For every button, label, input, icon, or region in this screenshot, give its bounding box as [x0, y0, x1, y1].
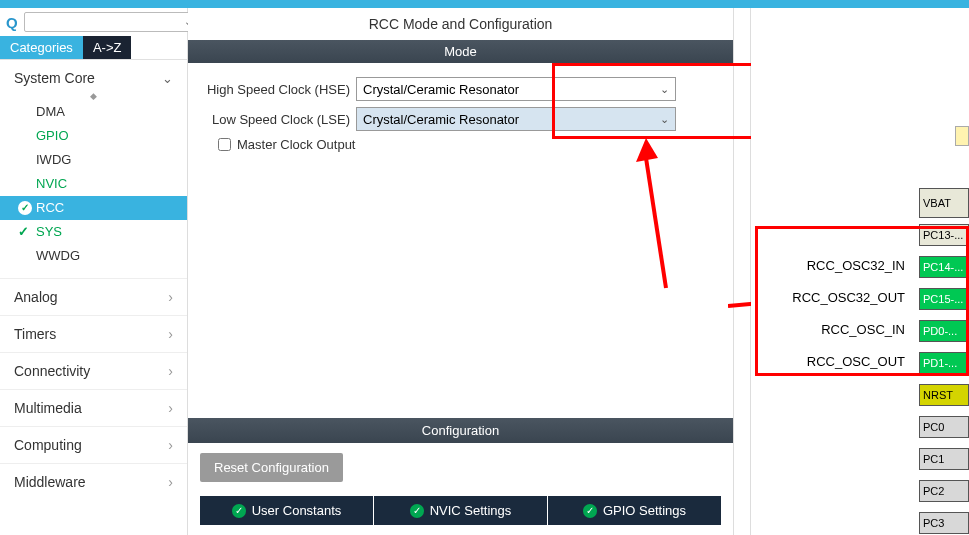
chevron-right-icon: ›: [168, 326, 173, 342]
group-label: System Core: [14, 70, 95, 86]
chevron-right-icon: ›: [168, 363, 173, 379]
search-input[interactable]: [24, 12, 196, 32]
tab-nvic-settings[interactable]: ✓NVIC Settings: [374, 496, 548, 525]
sidebar-item-label: RCC: [36, 198, 64, 218]
check-icon: ✓: [583, 504, 597, 518]
tab-user-constants[interactable]: ✓User Constants: [200, 496, 374, 525]
group-system-core[interactable]: System Core ⌄: [0, 60, 187, 92]
pin-pd1[interactable]: PD1-...: [919, 352, 969, 374]
group-timers[interactable]: Timers›: [0, 315, 187, 352]
check-icon: ✓: [410, 504, 424, 518]
tab-categories[interactable]: Categories: [0, 36, 83, 59]
pin-marker: [955, 126, 969, 146]
pin-vbat[interactable]: VBAT: [919, 188, 969, 218]
tab-label: NVIC Settings: [430, 503, 512, 518]
pin-pc13[interactable]: PC13-...: [919, 224, 969, 246]
chevron-down-icon: ⌄: [660, 113, 669, 126]
pin-pc1[interactable]: PC1: [919, 448, 969, 470]
pin-net-label: RCC_OSC32_IN: [807, 258, 905, 273]
hse-label: High Speed Clock (HSE): [206, 82, 356, 97]
chevron-down-icon: ⌄: [660, 83, 669, 96]
tab-label: User Constants: [252, 503, 342, 518]
pin-pd0[interactable]: PD0-...: [919, 320, 969, 342]
sidebar-item-gpio[interactable]: GPIO: [0, 124, 187, 148]
chevron-right-icon: ›: [168, 289, 173, 305]
mco-label: Master Clock Output: [237, 137, 356, 152]
pin-pc0[interactable]: PC0: [919, 416, 969, 438]
caret-up-icon: ◆: [0, 92, 187, 100]
tab-az[interactable]: A->Z: [83, 36, 132, 59]
sidebar-item-iwdg[interactable]: IWDG: [0, 148, 187, 172]
pin-nrst[interactable]: NRST: [919, 384, 969, 406]
sidebar: Q ⌄ ⚙ Categories A->Z System Core ⌄ ◆ DM…: [0, 8, 188, 535]
mco-checkbox[interactable]: [218, 138, 231, 151]
group-label: Connectivity: [14, 363, 90, 379]
sidebar-item-rcc[interactable]: ✓ RCC: [0, 196, 187, 220]
pin-pc14[interactable]: PC14-...: [919, 256, 969, 278]
tab-label: GPIO Settings: [603, 503, 686, 518]
pin-net-label: RCC_OSC_IN: [821, 322, 905, 337]
sidebar-item-dma[interactable]: DMA: [0, 100, 187, 124]
group-label: Timers: [14, 326, 56, 342]
check-icon: ✓: [232, 504, 246, 518]
chevron-right-icon: ›: [168, 400, 173, 416]
pin-pc3[interactable]: PC3: [919, 512, 969, 534]
group-connectivity[interactable]: Connectivity›: [0, 352, 187, 389]
group-analog[interactable]: Analog›: [0, 278, 187, 315]
lse-select[interactable]: Crystal/Ceramic Resonator ⌄: [356, 107, 676, 131]
group-multimedia[interactable]: Multimedia›: [0, 389, 187, 426]
group-label: Computing: [14, 437, 82, 453]
chevron-right-icon: ›: [168, 474, 173, 490]
chevron-right-icon: ›: [168, 437, 173, 453]
splitter[interactable]: [733, 8, 751, 535]
pin-net-label: RCC_OSC_OUT: [807, 354, 905, 369]
sidebar-item-label: SYS: [36, 222, 62, 242]
section-config-header: Configuration: [188, 418, 733, 443]
pin-pc15[interactable]: PC15-...: [919, 288, 969, 310]
group-computing[interactable]: Computing›: [0, 426, 187, 463]
sidebar-item-wwdg[interactable]: WWDG: [0, 244, 187, 268]
sidebar-item-nvic[interactable]: NVIC: [0, 172, 187, 196]
section-mode-header: Mode: [188, 40, 733, 63]
group-middleware[interactable]: Middleware›: [0, 463, 187, 500]
pin-pc2[interactable]: PC2: [919, 480, 969, 502]
group-label: Middleware: [14, 474, 86, 490]
pin-net-label: RCC_OSC32_OUT: [792, 290, 905, 305]
lse-value: Crystal/Ceramic Resonator: [363, 112, 519, 127]
group-label: Analog: [14, 289, 58, 305]
check-icon: ✓: [18, 222, 29, 242]
reset-configuration-button[interactable]: Reset Configuration: [200, 453, 343, 482]
chevron-down-icon: ⌄: [162, 71, 173, 86]
search-icon: Q: [6, 14, 18, 31]
sidebar-item-sys[interactable]: ✓ SYS: [0, 220, 187, 244]
page-title: RCC Mode and Configuration: [188, 8, 733, 40]
hse-value: Crystal/Ceramic Resonator: [363, 82, 519, 97]
hse-select[interactable]: Crystal/Ceramic Resonator ⌄: [356, 77, 676, 101]
tab-gpio-settings[interactable]: ✓GPIO Settings: [548, 496, 721, 525]
check-icon: ✓: [18, 201, 32, 215]
pinout-panel: RCC_OSC32_IN RCC_OSC32_OUT RCC_OSC_IN RC…: [751, 8, 969, 535]
group-label: Multimedia: [14, 400, 82, 416]
lse-label: Low Speed Clock (LSE): [206, 112, 356, 127]
